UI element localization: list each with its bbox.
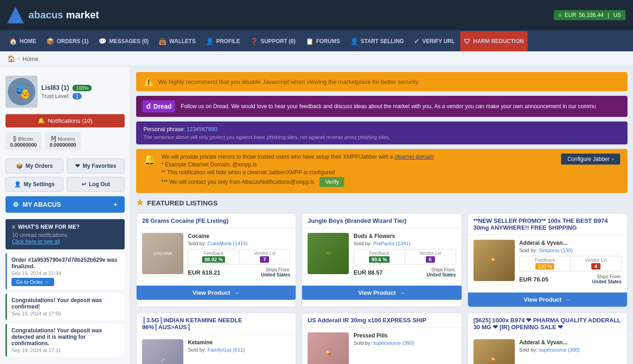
forums-icon: 📋 — [306, 38, 314, 45]
my-settings-button[interactable]: 👤 My Settings — [6, 177, 63, 192]
logo[interactable]: abacus market — [7, 7, 99, 23]
username: Lisl83 (1) 100% — [41, 84, 92, 91]
stats-row-0: Feedback 98.92 % Vendor Lvl 7 — [188, 249, 290, 265]
ships-country-1: United States — [427, 272, 456, 277]
listings-grid-row2: ║3.5G║INDIAN KETAMINE NEEDLE 96%║AUS>AUS… — [136, 313, 627, 364]
sold-by-r2-2: Sold by: supersource (390) — [519, 347, 622, 353]
listing-details-r2-2: Adderal & Vyvan... Sold by: supersource … — [519, 339, 622, 364]
go-to-order-button[interactable]: Go to Order → — [11, 278, 54, 286]
notif-title-0: Order #1a9535790e37d78b252b629e was fina… — [11, 257, 120, 270]
click-here-link[interactable]: Click here to see all — [12, 238, 118, 245]
view-product-button-1[interactable]: View Product → — [302, 286, 461, 300]
listing-image-2: 💊 — [473, 240, 515, 281]
configure-jabber-button[interactable]: Configure Jabber › — [561, 154, 620, 165]
monero-wallet: Ɱ Monero 0.00000000 — [45, 132, 81, 150]
vendor-cell-1: Vendor Lvl 6 — [405, 249, 456, 264]
seller-link-0[interactable]: CokeMonk (1415) — [208, 241, 248, 246]
listing-title-2[interactable]: **NEW SELLER PROMO** 100x THE BEST B974 … — [468, 214, 627, 235]
nav-start-selling[interactable]: 👤 START SELLING — [346, 31, 408, 51]
listing-title-r2-0[interactable]: ║3.5G║INDIAN KETAMINE NEEDLE 96%║AUS>AUS… — [137, 313, 296, 335]
breadcrumb-home-icon[interactable]: 🏠 — [7, 55, 15, 62]
listing-details-0: Cocaine Sold by: CokeMonk (1415) Feedbac… — [188, 233, 290, 277]
warning-text: We highly recommend that you disable Jav… — [158, 78, 419, 85]
listing-title-r2-1[interactable]: US Adderall IR 30mg x100 EXPRESS SHIP — [302, 313, 461, 328]
user-card: 🎭 Lisl83 (1) 100% Trust Level: 1 🔔 Notif… — [6, 72, 125, 154]
balance-amount: 56,336.44 — [579, 12, 603, 18]
breadcrumb-sep: › — [18, 55, 20, 62]
category-r2-1: Pressed Pills — [353, 332, 456, 339]
nav-bar: 🏠 HOME 📦 ORDERS (1) 💬 MESSAGES (0) 👜 WAL… — [0, 31, 633, 51]
listing-title-1[interactable]: Jungle Boys (Branded Wizard Tier) — [302, 214, 461, 228]
arrow-right-icon-1: → — [400, 289, 406, 296]
jabber-line4: *** We will contact you only from Abacus… — [161, 177, 556, 187]
nav-harm-reduction[interactable]: 🛡 HARM REDUCTION — [460, 31, 528, 51]
home-icon: 🏠 — [9, 38, 17, 45]
log-out-button[interactable]: ↩ Log Out — [67, 177, 125, 192]
notification-item-1: Congratulations! Your deposit was confir… — [6, 293, 125, 320]
notif-date-2: Sep 19, 2024 at 17:11 — [11, 347, 120, 353]
notifications-button[interactable]: 🔔 Notifications (10) — [6, 114, 125, 127]
warning-banner: ⚠️ We highly recommend that you disable … — [136, 72, 627, 91]
category-r2-0: Ketamine — [188, 339, 290, 346]
seller-link-r2-1[interactable]: supersource (390) — [373, 340, 414, 346]
nav-forums[interactable]: 📋 FORUMS — [301, 31, 345, 51]
seller-link-2[interactable]: Simponis (130) — [539, 248, 572, 253]
whats-new-title: ≡ WHAT'S NEW FOR ME? — [12, 224, 118, 230]
my-orders-button[interactable]: 📦 My Orders — [6, 159, 63, 173]
menu-icon: ≡ — [12, 224, 15, 230]
listing-details-1: Buds & Flowers Sold by: PotPacks (1341) … — [353, 233, 456, 277]
listing-title-0[interactable]: 28 Grams Cocaine (FE Listing) — [137, 214, 296, 228]
listing-image-r2-1: 💊 — [308, 332, 349, 364]
jabber-line3: ** This notification will hide when a cl… — [161, 169, 556, 176]
ships-2: Ships From: United States — [592, 274, 622, 284]
my-favorites-button[interactable]: ❤ My Favorites — [67, 159, 125, 173]
verify-button[interactable]: Verify — [319, 177, 344, 187]
nav-messages[interactable]: 💬 MESSAGES (0) — [94, 31, 153, 51]
clearnet-domain-link[interactable]: clearnet domain — [395, 154, 434, 160]
sold-by-r2-1: Sold by: supersource (390) — [353, 340, 456, 346]
bitcoin-wallet: ₿ Bitcoin 0.00000000 — [6, 132, 41, 150]
stats-row-2: Feedback 100 % Vendor Lvl 4 — [519, 256, 622, 271]
arrow-right-icon: → — [234, 289, 240, 296]
trust-level-row: Trust Level: 1 — [41, 93, 92, 99]
nav-wallets[interactable]: 👜 WALLETS — [154, 31, 200, 51]
top-bar: abacus market EUR 56,336.44 | US — [0, 0, 633, 31]
my-abacus-button[interactable]: ⚙ MY ABACUS + — [6, 196, 125, 213]
listing-image-r2-2: 💊 — [473, 339, 515, 364]
phrase-note: The sentence above will only protect you… — [143, 134, 620, 140]
price-1: EUR 88.57 — [353, 269, 383, 276]
feedback-cell-2: Feedback 100 % — [520, 256, 571, 271]
nav-profile[interactable]: 👤 PROFILE — [201, 31, 245, 51]
user-meta: Lisl83 (1) 100% Trust Level: 1 — [41, 84, 92, 99]
listing-card-r2-0: ║3.5G║INDIAN KETAMINE NEEDLE 96%║AUS>AUS… — [136, 313, 296, 364]
dread-text: Follow us on Dread. We would love to hea… — [181, 103, 596, 110]
sold-by-0: Sold by: CokeMonk (1415) — [188, 241, 290, 246]
breadcrumb-current: Home — [22, 55, 39, 62]
listing-title-r2-2[interactable]: [$625] 1000x B974 ❤ PHARMA QUALITY ADDER… — [468, 313, 627, 335]
listing-inner-r2-2: 💊 Adderal & Vyvan... Sold by: supersourc… — [473, 339, 622, 364]
feedback-cell-0: Feedback 98.92 % — [188, 249, 239, 264]
seller-link-r2-0[interactable]: FamilyGuy (611) — [208, 347, 245, 353]
seller-link-r2-2[interactable]: supersource (390) — [539, 347, 579, 353]
view-product-button-0[interactable]: View Product → — [137, 286, 296, 300]
listing-image-r2-0: 💉 — [142, 339, 183, 364]
logo-icon — [7, 7, 24, 23]
phrase-value[interactable]: 1234567890 — [187, 126, 217, 132]
jabber-bell-icon: 🔔 — [143, 154, 156, 165]
listing-details-2: Adderal & Vyvan... Sold by: Simponis (13… — [519, 240, 622, 284]
view-product-button-2[interactable]: View Product → — [468, 292, 627, 307]
orders-btn-icon: 📦 — [16, 163, 23, 169]
dread-logo: d Dread — [143, 100, 175, 112]
harm-reduction-icon: 🛡 — [464, 38, 470, 45]
listing-card-0: 28 Grams Cocaine (FE Listing) COCAINE Co… — [136, 213, 296, 307]
listing-inner-0: COCAINE Cocaine Sold by: CokeMonk (1415)… — [142, 233, 290, 277]
seller-link-1[interactable]: PotPacks (1341) — [373, 241, 410, 246]
nav-orders[interactable]: 📦 ORDERS (1) — [42, 31, 93, 51]
nav-support[interactable]: ❓ SUPPORT (0) — [246, 31, 300, 51]
notification-item-0: Order #1a9535790e37d78b252b629e was fina… — [6, 253, 125, 290]
nav-verify-url[interactable]: ✓ VERIFY URL — [409, 31, 459, 51]
nav-home[interactable]: 🏠 HOME — [5, 31, 41, 51]
feedback-val-0: 98.92 % — [202, 256, 225, 263]
trust-percent-badge: 100% — [72, 85, 92, 91]
ships-country-2: United States — [592, 279, 622, 284]
